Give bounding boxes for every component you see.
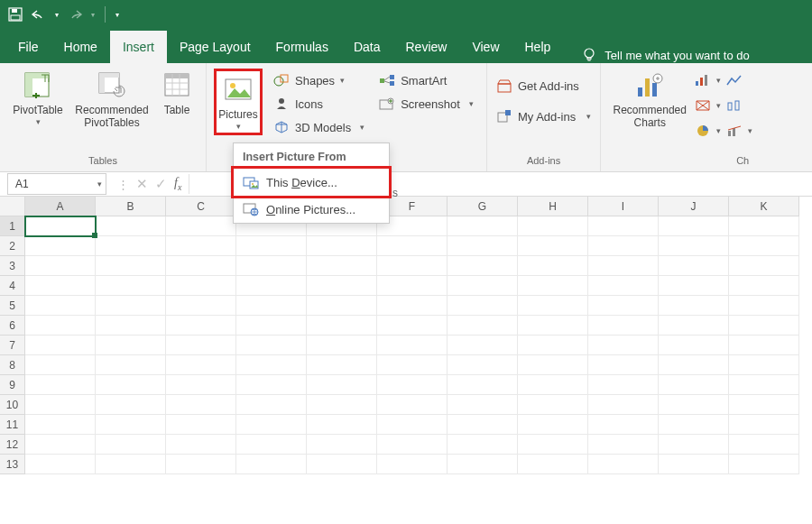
cell[interactable] xyxy=(448,336,518,355)
column-header[interactable]: C xyxy=(166,197,236,216)
combo-chart-button[interactable]: ▾ xyxy=(726,121,752,141)
cell[interactable] xyxy=(448,236,518,256)
cell[interactable] xyxy=(448,395,518,415)
cell[interactable] xyxy=(96,415,166,435)
get-addins-button[interactable]: Get Add-ins xyxy=(496,76,591,96)
cell[interactable] xyxy=(518,336,588,355)
row-header[interactable]: 11 xyxy=(0,415,25,435)
column-header[interactable]: G xyxy=(448,197,518,216)
icons-button[interactable]: Icons xyxy=(273,94,364,114)
cell[interactable] xyxy=(588,415,659,435)
cell[interactable] xyxy=(96,355,166,375)
cell[interactable] xyxy=(96,375,166,395)
cell[interactable] xyxy=(448,455,518,474)
row-header[interactable]: 13 xyxy=(0,455,25,474)
cell[interactable] xyxy=(729,355,799,375)
tab-view[interactable]: View xyxy=(459,31,512,63)
cell[interactable] xyxy=(729,276,799,296)
save-icon[interactable] xyxy=(5,5,25,24)
cell[interactable] xyxy=(96,296,166,316)
3d-models-button[interactable]: 3D Models ▾ xyxy=(273,117,364,137)
cell[interactable] xyxy=(729,316,799,336)
cell[interactable] xyxy=(25,355,96,375)
cell[interactable] xyxy=(377,355,448,375)
column-header[interactable]: I xyxy=(588,197,659,216)
cell[interactable] xyxy=(518,216,588,236)
cell[interactable] xyxy=(518,355,588,375)
column-header[interactable]: B xyxy=(96,197,166,216)
cell[interactable] xyxy=(166,355,236,375)
cell[interactable] xyxy=(25,216,96,236)
tab-review[interactable]: Review xyxy=(393,31,460,63)
my-addins-button[interactable]: My Add-ins ▾ xyxy=(496,106,591,126)
tell-me-search[interactable]: Tell me what you want to do xyxy=(581,47,749,63)
cell[interactable] xyxy=(307,355,377,375)
cell[interactable] xyxy=(448,316,518,336)
cell[interactable] xyxy=(377,236,448,256)
cell[interactable] xyxy=(236,435,307,455)
cell[interactable] xyxy=(659,375,729,395)
cell[interactable] xyxy=(659,276,729,296)
cell[interactable] xyxy=(659,236,729,256)
row-header[interactable]: 9 xyxy=(0,375,25,395)
cell[interactable] xyxy=(236,336,307,355)
cell[interactable] xyxy=(588,375,659,395)
cell[interactable] xyxy=(729,395,799,415)
cell[interactable] xyxy=(729,415,799,435)
undo-icon[interactable] xyxy=(29,5,49,24)
cell[interactable] xyxy=(518,276,588,296)
redo-icon[interactable] xyxy=(65,5,85,24)
cell[interactable] xyxy=(25,415,96,435)
cell[interactable] xyxy=(166,435,236,455)
cell[interactable] xyxy=(588,455,659,474)
cell[interactable] xyxy=(448,375,518,395)
cell[interactable] xyxy=(518,256,588,276)
cell[interactable] xyxy=(307,276,377,296)
cell[interactable] xyxy=(236,296,307,316)
cell[interactable] xyxy=(448,296,518,316)
qat-customize-icon[interactable]: ▾ xyxy=(113,5,122,24)
row-header[interactable]: 6 xyxy=(0,316,25,336)
cell[interactable] xyxy=(448,435,518,455)
cell[interactable] xyxy=(166,236,236,256)
column-header[interactable]: K xyxy=(729,197,799,216)
cell[interactable] xyxy=(236,455,307,474)
table-button[interactable]: Table xyxy=(157,69,197,117)
cell[interactable] xyxy=(448,276,518,296)
row-header[interactable]: 12 xyxy=(0,435,25,455)
tab-insert[interactable]: Insert xyxy=(110,31,167,63)
stat-chart-button[interactable] xyxy=(726,96,752,115)
cell[interactable] xyxy=(307,415,377,435)
tab-home[interactable]: Home xyxy=(51,31,110,63)
cell[interactable] xyxy=(518,395,588,415)
cell[interactable] xyxy=(377,435,448,455)
recommended-pivottables-button[interactable]: Recommended PivotTables xyxy=(72,69,152,130)
cell[interactable] xyxy=(729,256,799,276)
cell[interactable] xyxy=(588,256,659,276)
tab-formulas[interactable]: Formulas xyxy=(263,31,341,63)
cell[interactable] xyxy=(25,296,96,316)
cell[interactable] xyxy=(166,316,236,336)
smartart-button[interactable]: SmartArt xyxy=(379,70,474,90)
cell[interactable] xyxy=(729,336,799,355)
cell[interactable] xyxy=(166,415,236,435)
cell[interactable] xyxy=(448,256,518,276)
cell[interactable] xyxy=(588,336,659,355)
cell[interactable] xyxy=(96,395,166,415)
cell[interactable] xyxy=(166,216,236,236)
row-header[interactable]: 8 xyxy=(0,355,25,375)
fx-icon[interactable]: fx xyxy=(174,176,181,192)
cell[interactable] xyxy=(166,276,236,296)
cell[interactable] xyxy=(377,316,448,336)
cell[interactable] xyxy=(518,316,588,336)
cell[interactable] xyxy=(96,216,166,236)
undo-dropdown-icon[interactable]: ▾ xyxy=(52,5,61,24)
hierarchy-chart-button[interactable]: ▾ xyxy=(695,96,721,115)
cell[interactable] xyxy=(518,435,588,455)
insert-picture-this-device[interactable]: This Device... xyxy=(231,166,392,198)
cell[interactable] xyxy=(588,236,659,256)
column-header[interactable]: H xyxy=(518,197,588,216)
cell[interactable] xyxy=(166,375,236,395)
cell[interactable] xyxy=(307,375,377,395)
cell[interactable] xyxy=(588,276,659,296)
